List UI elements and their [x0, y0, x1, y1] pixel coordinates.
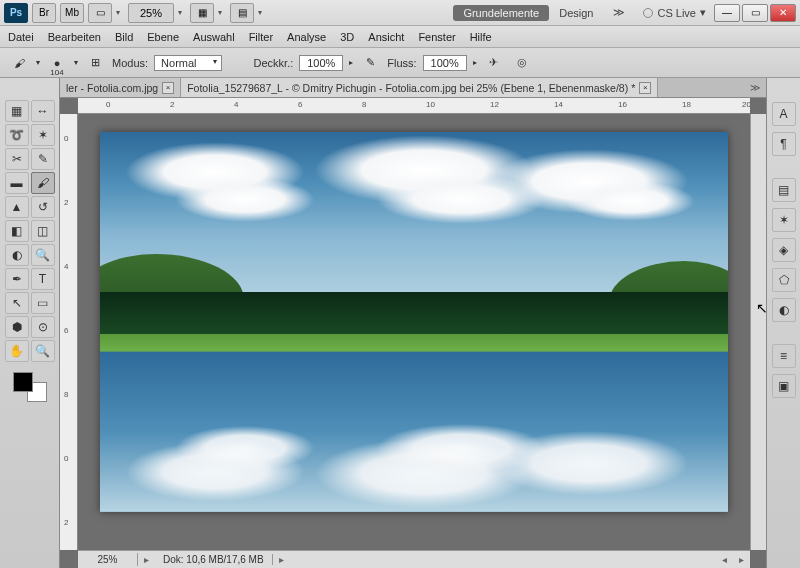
title-bar: Ps Br Mb ▭▾ 25%▾ ▦▾ ▤▾ Grundelemente Des… [0, 0, 800, 26]
tool-eraser[interactable]: ◧ [5, 220, 29, 242]
tool-path[interactable]: ↖ [5, 292, 29, 314]
tool-lasso[interactable]: ➰ [5, 124, 29, 146]
tool-quickselect[interactable]: ✶ [31, 124, 55, 146]
menu-bar: Datei Bearbeiten Bild Ebene Auswahl Filt… [0, 26, 800, 48]
chevron-right-icon[interactable]: ▸ [273, 554, 290, 565]
menu-ebene[interactable]: Ebene [147, 31, 179, 43]
styles-panel-icon[interactable]: ≡ [772, 344, 796, 368]
adjustments-panel-icon[interactable]: ◐ [772, 298, 796, 322]
character-panel-icon[interactable]: A [772, 102, 796, 126]
ruler-vertical[interactable]: 0246802 [60, 114, 78, 550]
right-dock: A ¶ ▤ ✶ ◈ ⬠ ◐ ≡ ▣ [766, 78, 800, 568]
tool-marquee[interactable]: ↔ [31, 100, 55, 122]
tool-brush[interactable]: 🖌 [31, 172, 55, 194]
tool-history[interactable]: ↺ [31, 196, 55, 218]
menu-bild[interactable]: Bild [115, 31, 133, 43]
screen-mode-icon[interactable]: ▭ [88, 3, 112, 23]
tool-zoom[interactable]: 🔍 [31, 340, 55, 362]
tool-3d[interactable]: ⬢ [5, 316, 29, 338]
zoom-level-top[interactable]: 25% [128, 3, 174, 23]
tool-pen[interactable]: ✒ [5, 268, 29, 290]
tool-3dcam[interactable]: ⊙ [31, 316, 55, 338]
chevron-down-icon[interactable]: ▾ [218, 8, 222, 17]
status-bar: 25% ▸ Dok: 10,6 MB/17,6 MB ▸ ◂ ▸ [78, 550, 750, 568]
color-swatches[interactable] [13, 372, 47, 402]
swatches-panel-icon[interactable]: ▤ [772, 178, 796, 202]
extras-icon[interactable]: ▤ [230, 3, 254, 23]
cs-live[interactable]: CS Live▾ [643, 6, 706, 19]
menu-3d[interactable]: 3D [340, 31, 354, 43]
maximize-button[interactable]: ▭ [742, 4, 768, 22]
mode-label: Modus: [112, 57, 148, 69]
tool-blur[interactable]: ◐ [5, 244, 29, 266]
menu-ansicht[interactable]: Ansicht [368, 31, 404, 43]
chevron-down-icon[interactable]: ▾ [258, 8, 262, 17]
flow-input[interactable]: 100% [423, 55, 467, 71]
tablet-size-icon[interactable]: ◎ [511, 52, 533, 74]
ruler-horizontal[interactable]: 02468101214161820 [78, 98, 750, 114]
tool-patch[interactable]: ▬ [5, 172, 29, 194]
airbrush-icon[interactable]: ✈ [483, 52, 505, 74]
paragraph-panel-icon[interactable]: ¶ [772, 132, 796, 156]
opacity-label: Deckkr.: [254, 57, 294, 69]
tool-crop[interactable]: ✂ [5, 148, 29, 170]
menu-filter[interactable]: Filter [249, 31, 273, 43]
menu-analyse[interactable]: Analyse [287, 31, 326, 43]
flow-label: Fluss: [387, 57, 416, 69]
scrollbar-vertical[interactable] [750, 114, 766, 550]
minimize-button[interactable]: — [714, 4, 740, 22]
scroll-left-icon[interactable]: ◂ [716, 554, 733, 565]
tool-move[interactable]: ▦ [5, 100, 29, 122]
zoom-field[interactable]: 25% [78, 553, 138, 566]
actions-panel-icon[interactable]: ▣ [772, 374, 796, 398]
menu-hilfe[interactable]: Hilfe [470, 31, 492, 43]
mode-select[interactable]: Normal▾ [154, 55, 221, 71]
menu-bearbeiten[interactable]: Bearbeiten [48, 31, 101, 43]
layers-panel-icon[interactable]: ◈ [772, 238, 796, 262]
menu-auswahl[interactable]: Auswahl [193, 31, 235, 43]
tool-stamp[interactable]: ▲ [5, 196, 29, 218]
tool-eyedropper[interactable]: ✎ [31, 148, 55, 170]
chevron-down-icon[interactable]: ▾ [116, 8, 120, 17]
tool-preset-icon[interactable]: 🖌 [8, 52, 30, 74]
workspace-more[interactable]: ≫ [603, 4, 635, 21]
app-ps-icon[interactable]: Ps [4, 3, 28, 23]
chevron-down-icon[interactable]: ▾ [178, 8, 182, 17]
tool-shape[interactable]: ▭ [31, 292, 55, 314]
foreground-color[interactable] [13, 372, 33, 392]
scroll-right-icon[interactable]: ▸ [733, 554, 750, 565]
tool-gradient[interactable]: ◫ [31, 220, 55, 242]
tool-hand[interactable]: ✋ [5, 340, 29, 362]
brush-preview-icon[interactable]: ●104 [46, 52, 68, 74]
bridge-icon[interactable]: Br [32, 3, 56, 23]
brushes-panel-icon[interactable]: ✶ [772, 208, 796, 232]
doc-size-label[interactable]: Dok: 10,6 MB/17,6 MB [155, 554, 273, 565]
minibridge-icon[interactable]: Mb [60, 3, 84, 23]
arrange-docs-icon[interactable]: ▦ [190, 3, 214, 23]
workspace-grundelemente[interactable]: Grundelemente [453, 5, 549, 21]
workspace-design[interactable]: Design [549, 5, 603, 21]
tablet-opacity-icon[interactable]: ✎ [359, 52, 381, 74]
close-button[interactable]: ✕ [770, 4, 796, 22]
canvas-area: 02468101214161820 0246802 [60, 98, 766, 568]
menu-datei[interactable]: Datei [8, 31, 34, 43]
paths-panel-icon[interactable]: ⬠ [772, 268, 796, 292]
canvas[interactable] [78, 114, 750, 550]
toolbox: ▦ ↔ ➰ ✶ ✂ ✎ ▬ 🖌 ▲ ↺ ◧ ◫ ◐ 🔍 ✒ T ↖ ▭ ⬢ ⊙ … [0, 78, 60, 568]
document-image[interactable] [100, 132, 728, 512]
tool-type[interactable]: T [31, 268, 55, 290]
tool-dodge[interactable]: 🔍 [31, 244, 55, 266]
chevron-right-icon[interactable]: ▸ [138, 554, 155, 565]
menu-fenster[interactable]: Fenster [418, 31, 455, 43]
opacity-input[interactable]: 100% [299, 55, 343, 71]
brush-panel-icon[interactable]: ⊞ [84, 52, 106, 74]
options-bar: 🖌▾ ●104▾ ⊞ Modus: Normal▾ Deckkr.: 100%▸… [0, 48, 800, 78]
